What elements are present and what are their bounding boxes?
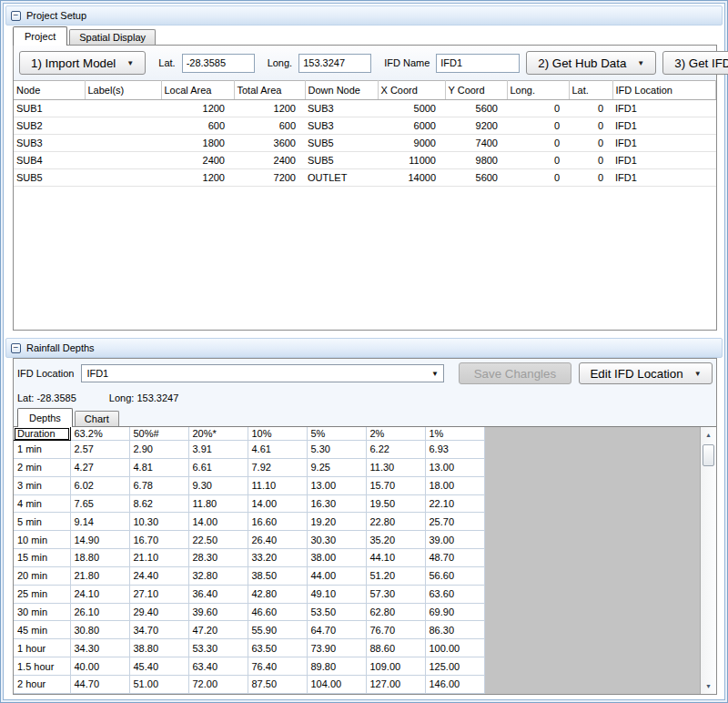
table-row[interactable]: 25 min24.1027.1036.4042.8049.1057.3063.6… — [14, 585, 484, 603]
column-header[interactable]: 20%* — [188, 427, 248, 441]
table-cell[interactable]: 48.70 — [425, 549, 484, 567]
table-cell[interactable]: 6000 — [378, 117, 445, 135]
table-cell[interactable]: 11.10 — [248, 476, 307, 494]
table-cell[interactable]: OUTLET — [305, 169, 378, 187]
table-cell[interactable]: 1800 — [161, 135, 234, 152]
table-cell[interactable]: 21.10 — [129, 549, 188, 567]
table-row[interactable]: 3 min6.026.789.3011.1013.0015.7018.00 — [14, 476, 484, 494]
table-cell[interactable]: 22.80 — [366, 513, 425, 531]
table-row[interactable]: 2 hour44.7051.0072.0087.50104.00127.0014… — [14, 675, 484, 693]
table-cell[interactable]: 16.30 — [307, 494, 366, 513]
table-cell[interactable]: 42.80 — [248, 585, 307, 603]
table-cell[interactable]: 27.10 — [129, 585, 188, 603]
table-cell[interactable]: 38.00 — [307, 549, 366, 567]
table-cell[interactable]: 30.30 — [307, 531, 366, 549]
column-header[interactable]: Long. — [507, 81, 569, 100]
table-cell[interactable]: SUB1 — [14, 100, 85, 117]
table-cell[interactable]: 30.80 — [70, 621, 129, 639]
table-cell[interactable] — [85, 152, 161, 169]
table-cell[interactable]: 4 min — [14, 494, 70, 513]
tab-spatial-display[interactable]: Spatial Display — [69, 29, 156, 45]
table-cell[interactable]: 63.50 — [248, 639, 307, 657]
table-cell[interactable]: 87.50 — [248, 675, 307, 693]
table-cell[interactable]: 76.70 — [366, 621, 425, 639]
table-cell[interactable]: 4.61 — [248, 441, 307, 459]
table-cell[interactable]: 600 — [234, 117, 305, 135]
table-row[interactable]: SUB424002400SUB511000980000IFD1 — [14, 152, 716, 169]
table-cell[interactable] — [85, 135, 161, 152]
scroll-down-icon[interactable]: ▼ — [702, 679, 715, 693]
vertical-scrollbar[interactable]: ▲ ▼ — [701, 427, 716, 694]
table-cell[interactable]: 36.40 — [188, 585, 248, 603]
table-row[interactable]: 4 min7.658.6211.8014.0016.3019.5022.10 — [14, 494, 484, 513]
table-cell[interactable]: 21.80 — [70, 566, 129, 585]
table-cell[interactable]: 34.70 — [129, 621, 188, 639]
table-cell[interactable]: 26.40 — [248, 531, 307, 549]
get-ifd-data-button[interactable]: 3) Get IFD Data ▼ — [662, 51, 728, 75]
table-cell[interactable]: 51.00 — [129, 675, 188, 693]
table-cell[interactable]: 0 — [569, 135, 612, 152]
table-cell[interactable]: 45 min — [14, 621, 70, 639]
table-cell[interactable]: 125.00 — [425, 657, 484, 676]
table-cell[interactable]: 29.40 — [129, 603, 188, 621]
table-cell[interactable]: 127.00 — [366, 675, 425, 693]
table-cell[interactable]: 16.70 — [129, 531, 188, 549]
table-cell[interactable]: 0 — [507, 117, 569, 135]
table-cell[interactable]: 63.40 — [188, 657, 248, 676]
table-cell[interactable]: IFD1 — [612, 152, 716, 169]
table-cell[interactable]: 44.70 — [70, 675, 129, 693]
table-cell[interactable]: 1200 — [234, 100, 305, 117]
table-cell[interactable]: 20 min — [14, 566, 70, 585]
table-cell[interactable] — [85, 100, 161, 117]
table-cell[interactable]: IFD1 — [612, 117, 716, 135]
table-cell[interactable]: 40.00 — [70, 657, 129, 676]
table-cell[interactable]: 24.40 — [129, 566, 188, 585]
table-cell[interactable]: 39.00 — [425, 531, 484, 549]
table-cell[interactable]: 53.50 — [307, 603, 366, 621]
table-cell[interactable]: SUB5 — [305, 135, 378, 152]
column-header[interactable]: Lat. — [569, 81, 612, 100]
table-cell[interactable]: 6.61 — [188, 458, 248, 476]
table-cell[interactable]: IFD1 — [612, 169, 716, 187]
scrollbar-thumb[interactable] — [703, 444, 714, 466]
tab-chart[interactable]: Chart — [75, 411, 119, 426]
table-cell[interactable]: 9200 — [445, 117, 507, 135]
column-header[interactable]: Down Node — [305, 81, 378, 100]
table-cell[interactable]: 1.5 hour — [14, 657, 70, 676]
table-cell[interactable]: 146.00 — [425, 675, 484, 693]
table-cell[interactable]: 32.80 — [188, 566, 248, 585]
table-cell[interactable]: 47.20 — [188, 621, 248, 639]
ifd-location-select[interactable]: IFD1 ▼ — [81, 364, 444, 382]
table-cell[interactable]: 51.20 — [366, 566, 425, 585]
save-changes-button[interactable]: Save Changles — [459, 362, 571, 384]
table-cell[interactable]: 109.00 — [366, 657, 425, 676]
collapse-panel-icon[interactable]: − — [11, 11, 21, 21]
table-cell[interactable]: 1200 — [161, 169, 234, 187]
table-cell[interactable]: 63.60 — [425, 585, 484, 603]
table-cell[interactable]: 73.90 — [307, 639, 366, 657]
table-cell[interactable]: 19.50 — [366, 494, 425, 513]
table-cell[interactable]: 0 — [507, 100, 569, 117]
table-cell[interactable]: 10 min — [14, 531, 70, 549]
table-cell[interactable]: 14.90 — [70, 531, 129, 549]
table-cell[interactable] — [85, 169, 161, 187]
table-cell[interactable]: 69.90 — [425, 603, 484, 621]
edit-ifd-location-button[interactable]: Edit IFD Location ▼ — [579, 362, 713, 384]
table-cell[interactable]: 22.10 — [425, 494, 484, 513]
table-cell[interactable]: 62.80 — [366, 603, 425, 621]
column-header[interactable]: Duration — [14, 427, 70, 441]
table-cell[interactable]: 1 hour — [14, 639, 70, 657]
table-cell[interactable]: 6.22 — [366, 441, 425, 459]
table-row[interactable]: SUB512007200OUTLET14000560000IFD1 — [14, 169, 716, 187]
table-cell[interactable]: 600 — [161, 117, 234, 135]
table-cell[interactable]: 100.00 — [425, 639, 484, 657]
column-header[interactable]: 5% — [307, 427, 366, 441]
ifd-name-input[interactable] — [436, 54, 520, 73]
table-cell[interactable]: 44.10 — [366, 549, 425, 567]
table-row[interactable]: SUB318003600SUB59000740000IFD1 — [14, 135, 716, 152]
table-cell[interactable]: 6.93 — [425, 441, 484, 459]
table-row[interactable]: SUB2600600SUB36000920000IFD1 — [14, 117, 716, 135]
column-header[interactable]: Y Coord — [445, 81, 507, 100]
table-cell[interactable]: 46.60 — [248, 603, 307, 621]
table-cell[interactable]: 15 min — [14, 549, 70, 567]
